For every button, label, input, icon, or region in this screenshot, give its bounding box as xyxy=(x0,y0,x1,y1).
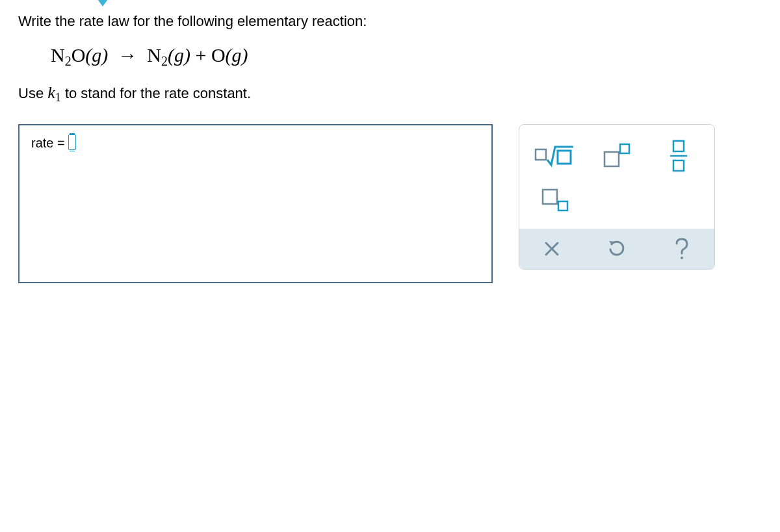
svg-rect-0 xyxy=(536,149,546,160)
math-input-cursor[interactable] xyxy=(68,134,76,150)
svg-rect-2 xyxy=(604,152,619,166)
question-prompt: Write the rate law for the following ele… xyxy=(18,13,762,30)
svg-point-11 xyxy=(681,257,683,259)
answer-lhs-label: rate xyxy=(31,136,53,150)
svg-rect-3 xyxy=(620,144,629,153)
reaction-equation: N2O(g) → N2(g) + O(g) xyxy=(51,44,762,69)
svg-rect-1 xyxy=(558,151,571,164)
undo-button[interactable] xyxy=(584,229,649,269)
answer-input-area[interactable]: rate = xyxy=(18,124,493,283)
svg-rect-6 xyxy=(673,160,684,171)
subscript-button[interactable] xyxy=(525,178,586,222)
svg-rect-8 xyxy=(558,201,567,210)
question-content: Write the rate law for the following ele… xyxy=(0,0,780,296)
math-palette xyxy=(519,124,715,270)
help-button[interactable] xyxy=(649,229,714,269)
clear-button[interactable] xyxy=(519,229,584,269)
instruction-text: Use k1 to stand for the rate constant. xyxy=(18,83,762,105)
svg-rect-4 xyxy=(673,141,684,151)
sqrt-button[interactable] xyxy=(525,134,586,178)
svg-rect-7 xyxy=(543,190,557,204)
superscript-button[interactable] xyxy=(586,134,648,178)
fraction-button[interactable] xyxy=(647,134,709,178)
palette-empty-1 xyxy=(586,178,648,222)
palette-empty-2 xyxy=(647,178,709,222)
section-marker-icon xyxy=(94,0,111,6)
